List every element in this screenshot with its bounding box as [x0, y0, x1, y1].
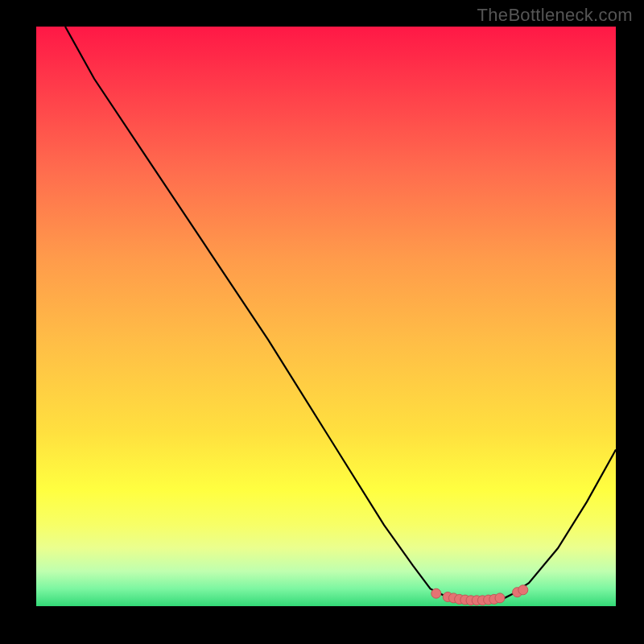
marker-point: [518, 585, 528, 595]
chart-frame: TheBottleneck.com: [0, 0, 644, 644]
marker-point: [431, 588, 441, 598]
plot-area: [36, 27, 616, 606]
marker-point: [495, 593, 505, 603]
optimal-region-markers: [431, 585, 528, 605]
markers-layer: [36, 27, 616, 606]
watermark-text: TheBottleneck.com: [477, 5, 633, 26]
